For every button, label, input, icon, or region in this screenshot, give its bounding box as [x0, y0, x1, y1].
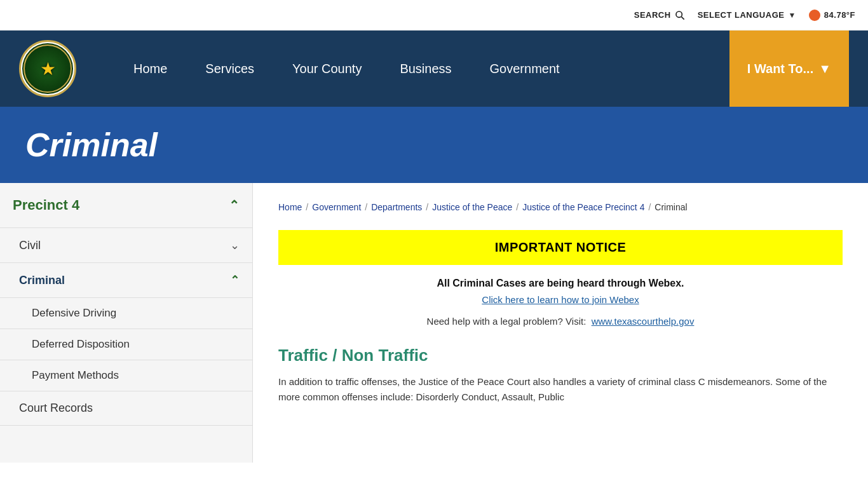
language-selector[interactable]: SELECT LANGUAGE ▼ — [698, 10, 796, 20]
criminal-label: Criminal — [19, 274, 65, 287]
civil-label: Civil — [19, 239, 41, 252]
utility-bar: SEARCH SELECT LANGUAGE ▼ 84.78°F — [0, 0, 868, 30]
nav-item-business[interactable]: Business — [381, 30, 470, 107]
search-button[interactable]: SEARCH — [634, 10, 685, 20]
temperature-display: 84.78°F — [809, 10, 855, 21]
sidebar-item-deferred-disposition[interactable]: Deferred Disposition — [0, 329, 252, 360]
court-records-label: Court Records — [19, 402, 93, 415]
webex-link[interactable]: Click here to learn how to join Webex — [482, 294, 639, 305]
breadcrumb-government[interactable]: Government — [312, 202, 361, 212]
language-label: SELECT LANGUAGE — [698, 10, 785, 20]
county-seal: ★ — [19, 40, 76, 97]
sidebar-item-court-records[interactable]: Court Records — [0, 391, 252, 426]
sidebar-item-defensive-driving[interactable]: Defensive Driving — [0, 298, 252, 329]
traffic-section-heading: Traffic / Non Traffic — [278, 346, 843, 365]
page-banner: Criminal — [0, 107, 868, 183]
main-layout: Precinct 4 ⌃ Civil ⌄ Criminal ⌃ Defensiv… — [0, 183, 868, 463]
sidebar: Precinct 4 ⌃ Civil ⌄ Criminal ⌃ Defensiv… — [0, 183, 253, 463]
breadcrumb-justice-peace[interactable]: Justice of the Peace — [432, 202, 512, 212]
sidebar-item-precinct4[interactable]: Precinct 4 ⌃ — [0, 183, 252, 228]
civil-chevron-down-icon: ⌄ — [230, 238, 240, 252]
legal-help: Need help with a legal problem? Visit: w… — [278, 316, 843, 327]
precinct4-label: Precinct 4 — [13, 197, 79, 214]
cta-label: I Want To... — [747, 62, 813, 76]
site-header: ★ Home Services Your County Business Gov… — [0, 30, 868, 107]
nav-item-your-county[interactable]: Your County — [273, 30, 381, 107]
temperature-icon — [809, 10, 820, 21]
notice-body: All Criminal Cases are being heard throu… — [278, 278, 843, 306]
sidebar-item-criminal[interactable]: Criminal ⌃ — [0, 263, 252, 298]
breadcrumb-current: Criminal — [654, 202, 687, 212]
cta-chevron-icon: ▼ — [818, 62, 831, 76]
nav-item-services[interactable]: Services — [186, 30, 273, 107]
svg-line-1 — [681, 17, 684, 19]
nav-item-home[interactable]: Home — [114, 30, 186, 107]
sidebar-item-payment-methods[interactable]: Payment Methods — [0, 360, 252, 391]
seal-ring — [24, 44, 72, 93]
legal-help-link[interactable]: www.texascourthelp.gov — [592, 316, 695, 327]
page-title: Criminal — [25, 126, 843, 164]
sidebar-item-civil[interactable]: Civil ⌄ — [0, 228, 252, 263]
breadcrumb-sep-5: / — [648, 202, 651, 212]
notice-body-text: All Criminal Cases are being heard throu… — [278, 278, 843, 289]
breadcrumb: Home / Government / Departments / Justic… — [278, 202, 843, 212]
precinct4-chevron-up-icon: ⌃ — [229, 198, 240, 213]
breadcrumb-sep-2: / — [365, 202, 367, 212]
criminal-chevron-up-icon: ⌃ — [230, 273, 240, 287]
payment-methods-label: Payment Methods — [32, 369, 119, 381]
main-content: Home / Government / Departments / Justic… — [253, 183, 868, 463]
breadcrumb-departments[interactable]: Departments — [371, 202, 422, 212]
breadcrumb-sep-3: / — [426, 202, 428, 212]
breadcrumb-sep-4: / — [516, 202, 519, 212]
breadcrumb-home[interactable]: Home — [278, 202, 302, 212]
logo-wrap[interactable]: ★ — [19, 40, 76, 97]
search-icon — [675, 10, 685, 20]
breadcrumb-precinct4[interactable]: Justice of the Peace Precinct 4 — [522, 202, 644, 212]
svg-point-0 — [676, 11, 682, 17]
deferred-disposition-label: Deferred Disposition — [32, 338, 130, 350]
important-notice-text: IMPORTANT NOTICE — [495, 240, 627, 254]
defensive-driving-label: Defensive Driving — [32, 307, 116, 319]
breadcrumb-sep-1: / — [306, 202, 308, 212]
traffic-section-body: In addition to traffic offenses, the Jus… — [278, 374, 843, 405]
i-want-to-button[interactable]: I Want To... ▼ — [729, 30, 849, 107]
legal-help-text: Need help with a legal problem? Visit: — [427, 316, 587, 327]
temperature-value: 84.78°F — [824, 10, 855, 20]
nav-item-government[interactable]: Government — [471, 30, 579, 107]
search-label: SEARCH — [634, 10, 671, 20]
seal-inner: ★ — [22, 43, 73, 94]
language-dropdown-arrow: ▼ — [788, 11, 796, 20]
main-nav: Home Services Your County Business Gover… — [114, 30, 849, 107]
important-notice-banner: IMPORTANT NOTICE — [278, 230, 843, 265]
